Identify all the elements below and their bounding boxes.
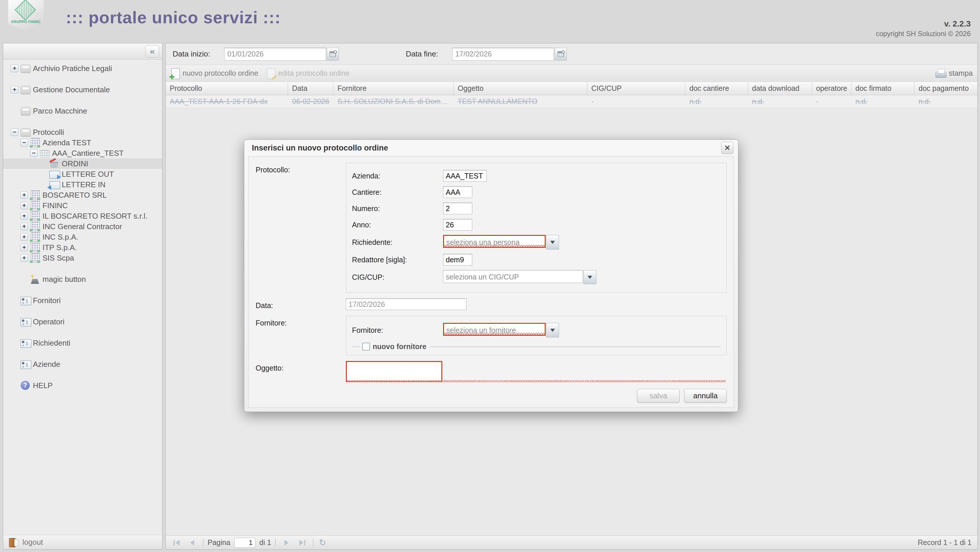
first-page-button[interactable] [170,538,183,548]
sidebar-item-inc-general-contractor[interactable]: +INC General Contractor [3,221,162,232]
richiedente-combobox[interactable]: seleziona una persona [443,235,559,250]
sidebar-item-operatori[interactable]: Operatori [3,317,162,327]
table-cell: AAA_TEST-AAA-1-26-FDA-dx [165,95,288,108]
cancel-button[interactable]: annulla [684,389,727,402]
sidebar-item-label: BOSCARETO SRL [43,191,107,200]
first-page-icon [173,540,175,546]
prev-page-icon [190,540,194,546]
table-header: ProtocolloDataFornitoreOggettoCIG/CUPdoc… [165,82,977,95]
expand-icon[interactable]: + [21,191,28,199]
sidebar-item-ordini[interactable]: ORDINI [3,158,162,169]
sidebar-item-boscareto-srl[interactable]: +BOSCARETO SRL [3,190,162,200]
sidebar-item-help[interactable]: HELP [3,380,162,391]
sidebar-item-aaa-cantiere-test[interactable]: −AAA_Cantiere_TEST [3,148,162,158]
sidebar-item-archivio-pratiche-legali[interactable]: +Archivio Pratiche Legali [3,63,162,74]
date-start-input[interactable] [224,48,326,60]
column-header-data[interactable]: Data [288,82,333,95]
collapse-icon[interactable]: − [11,128,18,136]
sidebar-item-aziende[interactable]: Aziende [3,359,162,369]
table-row[interactable]: AAA_TEST-AAA-1-26-FDA-dx06-02-2026S.H. S… [165,95,977,108]
date-end-calendar-button[interactable] [555,48,567,60]
cantiere-label: Cantiere: [352,188,443,197]
card-icon [20,317,30,327]
cantiere-input[interactable] [443,186,472,198]
legend-line [430,347,721,347]
sidebar-item-protocolli[interactable]: −Protocolli [3,127,162,137]
expand-icon[interactable]: + [21,202,28,209]
dialog-body: Protocollo: Azienda: Cantiere: Numero: [248,156,734,407]
page-number-input[interactable] [234,538,255,548]
column-header-operatore[interactable]: operatore [812,82,851,95]
expand-icon[interactable]: + [11,65,18,72]
collapse-icon[interactable]: − [21,139,28,146]
sidebar-item-lettere-in[interactable]: LETTERE IN [3,179,162,190]
tree-gap [3,116,162,127]
next-page-button[interactable] [280,538,293,548]
sidebar-item-label: Archivio Pratiche Legali [33,64,112,73]
sidebar-item-itp-s-p-a[interactable]: +ITP S.p.A. [3,242,162,253]
expand-icon[interactable]: + [21,233,28,241]
edit-protocol-button[interactable]: edita protocollo ordine [266,68,350,79]
column-header-data-download[interactable]: data download [748,82,812,95]
nuovo-fornitore-checkbox[interactable] [362,343,370,350]
dialog-close-button[interactable]: × [721,142,733,154]
numero-input[interactable] [443,203,472,214]
sidebar-collapse-button[interactable]: « [145,45,159,58]
chevron-down-icon [550,241,555,244]
sidebar-item-parco-macchine[interactable]: Parco Macchine [3,106,162,116]
expand-icon[interactable]: + [21,254,28,262]
redattore-input[interactable] [443,254,472,266]
version-box: v. 2.2.3 copyright SH Soluzioni © 2026 [876,19,971,38]
sidebar-item-fornitori[interactable]: Fornitori [3,295,162,306]
anno-input[interactable] [443,219,472,231]
sidebar-item-fininc[interactable]: +FININC [3,200,162,211]
expand-icon[interactable]: + [21,212,28,220]
fornitore-dropdown-button[interactable] [546,323,559,337]
expand-icon[interactable]: + [11,86,18,94]
richiedente-value: seleziona una persona [443,235,546,248]
sidebar-item-gestione-documentale[interactable]: +Gestione Documentale [3,84,162,95]
date-start-calendar-button[interactable] [327,48,339,60]
date-end-input[interactable] [452,48,554,60]
azienda-input[interactable] [443,170,487,182]
new-protocol-button[interactable]: nuovo protocollo ordine [170,68,258,79]
sidebar-item-magic-button[interactable]: magic button [3,274,162,285]
fornitore-combobox[interactable]: seleziona un fornitore [443,323,559,337]
sidebar-item-il-boscareto-resort-s-r-l[interactable]: +IL BOSCARETO RESORT s.r.l. [3,211,162,221]
pager-separator [313,539,313,547]
richiedente-dropdown-button[interactable] [546,235,559,250]
column-header-doc-firmato[interactable]: doc firmato [851,82,915,95]
magic-icon [30,274,40,285]
data-input[interactable] [346,298,466,310]
refresh-button[interactable]: ↻ [319,538,326,548]
building-icon [30,211,40,221]
column-header-doc-cantiere[interactable]: doc cantiere [686,82,748,95]
cigcup-dropdown-button[interactable] [584,270,596,284]
gruppo-fininc-logo: GRUPPO FININC [8,0,44,31]
logout-button[interactable]: logout [3,535,162,549]
expand-icon[interactable]: + [21,244,28,251]
sidebar-item-richiedenti[interactable]: Richiedenti [3,338,162,348]
print-button[interactable]: stampa [935,69,973,78]
prev-page-button[interactable] [185,538,199,548]
column-header-cig-cup[interactable]: CIG/CUP [587,82,686,95]
fornitore-fieldset: Fornitore: seleziona un fornitore nuovo … [346,316,727,355]
oggetto-textarea[interactable] [346,361,442,382]
save-button[interactable]: salva [637,389,679,402]
sidebar-item-lettere-out[interactable]: LETTERE OUT [3,169,162,179]
printer-icon [935,69,947,78]
sidebar-item-azienda-test[interactable]: −Azienda TEST [3,137,162,148]
expand-icon[interactable]: + [21,223,28,230]
cigcup-combobox[interactable]: seleziona un CIG/CUP [443,270,596,284]
sidebar-item-sis-scpa[interactable]: +SIS Scpa [3,253,162,263]
column-header-fornitore[interactable]: Fornitore [333,82,453,95]
last-page-button[interactable] [296,538,309,548]
column-header-doc-pagamento[interactable]: doc pagamento [915,82,977,95]
edit-protocol-label: edita protocollo ordine [278,69,350,78]
column-header-protocollo[interactable]: Protocollo [165,82,288,95]
collapse-icon[interactable]: − [30,150,38,157]
sidebar-item-inc-s-p-a[interactable]: +INC S.p.A. [3,232,162,242]
table-cell: n.d. [851,95,915,108]
page-of-label: di 1 [259,538,271,547]
column-header-oggetto[interactable]: Oggetto [453,82,587,95]
